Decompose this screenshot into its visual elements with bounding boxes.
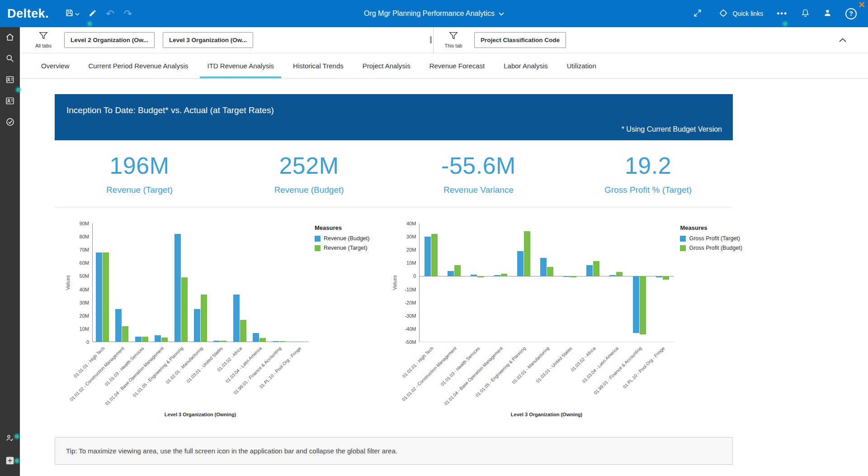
bar-gross-profit-budget[interactable] bbox=[640, 276, 646, 334]
bar-revenue-target[interactable] bbox=[142, 337, 148, 342]
bar-gross-profit-budget[interactable] bbox=[663, 276, 669, 279]
y-tick-label: 30M bbox=[80, 300, 89, 305]
bar-gross-profit-target[interactable] bbox=[494, 275, 500, 276]
close-icon[interactable]: ✕ bbox=[858, 0, 865, 10]
y-tick-label: 60M bbox=[80, 260, 89, 266]
bar-revenue-budget[interactable] bbox=[96, 252, 102, 342]
bar-revenue-target[interactable] bbox=[201, 295, 207, 342]
bar-gross-profit-budget[interactable] bbox=[454, 265, 461, 276]
account-button[interactable] bbox=[818, 0, 837, 27]
coach-mark-dot[interactable] bbox=[16, 88, 20, 92]
x-tick-label: 01.03.01 - United States bbox=[185, 346, 223, 384]
tab-labor-analysis[interactable]: Labor Analysis bbox=[494, 53, 557, 78]
chevron-down-icon bbox=[499, 10, 504, 18]
bar-revenue-target[interactable] bbox=[122, 326, 128, 342]
legend-item-revenue-target[interactable]: Revenue (Target) bbox=[315, 245, 369, 251]
dashboard-title-menu[interactable]: Org Mgr Planning Performance Analytics bbox=[364, 10, 504, 18]
save-button[interactable] bbox=[61, 0, 84, 27]
tab-historical-trends[interactable]: Historical Trends bbox=[283, 53, 353, 78]
kpi-value: 252M bbox=[224, 152, 394, 179]
redo-button[interactable]: ↷ bbox=[119, 0, 137, 27]
bar-gross-profit-budget[interactable] bbox=[616, 272, 623, 276]
bell-icon bbox=[801, 9, 810, 19]
x-tick-label: 01.02.01 - Manufacturing bbox=[165, 346, 203, 385]
legend-item-revenue-budget[interactable]: Revenue (Budget) bbox=[315, 235, 369, 242]
quick-links-button[interactable]: Quick links bbox=[711, 0, 768, 27]
bar-gross-profit-budget[interactable] bbox=[501, 274, 507, 276]
y-tick-label: 20M bbox=[80, 313, 89, 319]
undo-button[interactable]: ↶ bbox=[101, 0, 119, 27]
bar-gross-profit-budget[interactable] bbox=[477, 276, 484, 277]
bar-gross-profit-target[interactable] bbox=[517, 251, 524, 276]
bar-gross-profit-target[interactable] bbox=[540, 258, 547, 276]
help-icon: ? bbox=[845, 8, 857, 19]
bar-gross-profit-target[interactable] bbox=[656, 276, 662, 277]
fullscreen-button[interactable] bbox=[688, 0, 707, 27]
kpi-revenue-budget: 252MRevenue (Budget) bbox=[224, 152, 394, 195]
bar-gross-profit-target[interactable] bbox=[633, 276, 639, 333]
bar-revenue-budget[interactable] bbox=[194, 309, 200, 342]
bar-gross-profit-budget[interactable] bbox=[431, 234, 438, 276]
tab-overview[interactable]: Overview bbox=[32, 53, 79, 78]
bar-gross-profit-target[interactable] bbox=[563, 276, 570, 277]
legend: MeasuresRevenue (Budget)Revenue (Target) bbox=[315, 224, 369, 254]
legend-swatch bbox=[315, 236, 321, 242]
bar-gross-profit-target[interactable] bbox=[448, 271, 454, 276]
x-tick-label: 01.99.01 - Finance & Accounting bbox=[593, 346, 642, 395]
charts-row: Values90M80M70M60M50M40M30M20M10M001.01.… bbox=[55, 224, 868, 417]
bar-gross-profit-target[interactable] bbox=[425, 237, 431, 276]
notifications-button[interactable] bbox=[796, 0, 815, 27]
sidebar-item-contacts[interactable] bbox=[0, 95, 20, 107]
y-tick-label: 40M bbox=[80, 287, 89, 292]
bar-revenue-budget[interactable] bbox=[233, 295, 240, 342]
bar-gross-profit-budget[interactable] bbox=[593, 261, 599, 276]
bar-revenue-budget[interactable] bbox=[115, 309, 122, 342]
kpi-label: Revenue (Budget) bbox=[224, 185, 394, 195]
tab-project-analysis[interactable]: Project Analysis bbox=[353, 53, 420, 78]
coach-mark-dot[interactable] bbox=[783, 22, 787, 26]
filter-panel-divider[interactable] bbox=[433, 27, 434, 53]
bar-gross-profit-target[interactable] bbox=[471, 275, 477, 276]
kpi-label: Revenue Variance bbox=[394, 185, 563, 195]
tab-utilization[interactable]: Utilization bbox=[557, 53, 606, 78]
tab-revenue-forecast[interactable]: Revenue Forecast bbox=[420, 53, 495, 78]
bar-revenue-target[interactable] bbox=[240, 320, 246, 342]
bar-revenue-budget[interactable] bbox=[253, 333, 259, 342]
bar-revenue-target[interactable] bbox=[161, 338, 168, 342]
coach-mark-dot[interactable] bbox=[15, 434, 19, 438]
coach-mark-dot[interactable] bbox=[15, 459, 19, 463]
bar-gross-profit-budget[interactable] bbox=[524, 231, 530, 276]
bar-revenue-target[interactable] bbox=[103, 252, 109, 342]
sidebar-item-approvals[interactable] bbox=[0, 117, 20, 129]
legend-item-gross-profit-budget[interactable]: Gross Profit (Budget) bbox=[680, 245, 742, 251]
top-app-bar: Deltek. ↶ ↷ Org Mgr Planning Performance… bbox=[0, 0, 868, 27]
bar-revenue-budget[interactable] bbox=[175, 234, 181, 342]
legend-title: Measures bbox=[680, 224, 742, 231]
tab-current-period-revenue-analysis[interactable]: Current Period Revenue Analysis bbox=[79, 53, 198, 78]
collapse-filter-button[interactable] bbox=[836, 34, 849, 46]
chevron-up-icon bbox=[839, 37, 846, 43]
x-tick-label: 01.03.04 - Latin America bbox=[225, 346, 263, 384]
bar-gross-profit-budget[interactable] bbox=[570, 276, 576, 277]
kpi-revenue-target: 196MRevenue (Target) bbox=[55, 152, 224, 195]
more-options-button[interactable]: ••• bbox=[772, 0, 793, 27]
sidebar-item-search[interactable] bbox=[0, 53, 20, 65]
sidebar-item-people[interactable] bbox=[0, 74, 20, 86]
bar-revenue-target[interactable] bbox=[181, 277, 188, 342]
bar-gross-profit-budget[interactable] bbox=[547, 267, 553, 276]
edit-button[interactable] bbox=[84, 0, 101, 27]
filter-funnel-icon bbox=[449, 32, 458, 42]
this-tab-label: This tab bbox=[445, 43, 462, 48]
filter-button-level-2-organization-ow[interactable]: Level 2 Organization (Ow... bbox=[64, 32, 155, 48]
sidebar-item-home[interactable] bbox=[0, 32, 20, 43]
filter-button-project-classification-code[interactable]: Project Classification Code bbox=[474, 32, 566, 48]
bar-revenue-target[interactable] bbox=[259, 338, 266, 342]
bar-revenue-budget[interactable] bbox=[135, 337, 142, 342]
bar-revenue-budget[interactable] bbox=[155, 335, 161, 342]
bar-gross-profit-target[interactable] bbox=[609, 275, 616, 276]
filter-button-level-3-organization-ow[interactable]: Level 3 Organization (Ow... bbox=[163, 32, 253, 48]
bar-gross-profit-target[interactable] bbox=[586, 265, 593, 276]
coach-mark-dot[interactable] bbox=[88, 22, 92, 26]
legend-item-gross-profit-target[interactable]: Gross Profit (Target) bbox=[680, 235, 742, 242]
tab-itd-revenue-analysis[interactable]: ITD Revenue Analysis bbox=[198, 53, 283, 78]
